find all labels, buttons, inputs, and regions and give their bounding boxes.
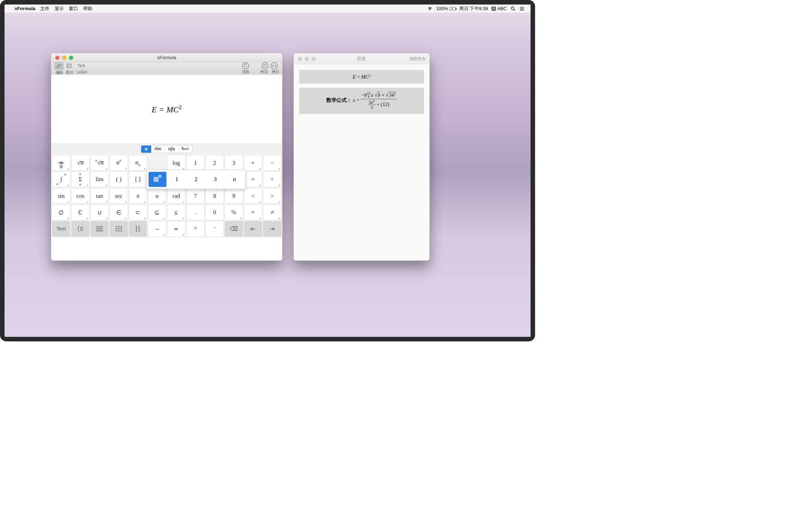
key-sqrt[interactable]: √ bbox=[71, 155, 90, 171]
svg-rect-7 bbox=[264, 64, 266, 67]
key-infinity[interactable]: ∞ bbox=[167, 221, 185, 237]
key-alpha[interactable]: α bbox=[148, 188, 166, 204]
key-7[interactable]: 7 bbox=[186, 188, 205, 204]
hist-minimize-button[interactable] bbox=[305, 57, 309, 61]
key-9[interactable]: 9 bbox=[225, 188, 243, 204]
clear-all-button[interactable]: 清除所有 bbox=[409, 56, 425, 62]
popup-3[interactable]: 3 bbox=[206, 172, 224, 187]
key-percent[interactable]: % bbox=[225, 204, 243, 220]
key-prime[interactable]: ′ bbox=[206, 221, 224, 237]
key-sin[interactable]: sin bbox=[52, 188, 70, 204]
key-rad[interactable]: rad bbox=[167, 188, 185, 204]
key-divide[interactable]: ÷ bbox=[263, 172, 281, 187]
key-complement[interactable]: ∁ bbox=[71, 204, 90, 220]
key-in[interactable]: ∈ bbox=[110, 204, 128, 220]
key-subset[interactable]: ⊂ bbox=[129, 204, 147, 220]
key-3[interactable]: 3 bbox=[225, 155, 243, 171]
key-text[interactable]: Text bbox=[52, 221, 70, 237]
control-center-icon[interactable] bbox=[519, 6, 525, 11]
key-tab-end[interactable]: ⇥ bbox=[263, 221, 281, 237]
key-fraction[interactable] bbox=[52, 155, 70, 171]
key-superscript[interactable] bbox=[110, 155, 128, 171]
key-emptyset[interactable]: ∅ bbox=[52, 204, 70, 220]
minimize-button[interactable] bbox=[62, 56, 66, 60]
popup-n[interactable]: n bbox=[225, 172, 243, 187]
popup-1[interactable]: 1 bbox=[168, 172, 185, 187]
key-backspace[interactable]: ⌫ bbox=[225, 221, 243, 237]
zoom-button[interactable] bbox=[69, 56, 73, 60]
app-menu[interactable]: xFormula bbox=[15, 6, 35, 11]
key-multiply[interactable]: × bbox=[244, 172, 262, 187]
key-parens[interactable]: ( ) bbox=[110, 172, 128, 187]
key-tan[interactable]: tan bbox=[90, 188, 109, 204]
history-item-1[interactable]: E = MC2 bbox=[299, 70, 424, 84]
key-arrow[interactable]: → bbox=[148, 221, 166, 237]
key-gt[interactable]: > bbox=[263, 188, 281, 204]
key-pi[interactable]: π bbox=[129, 188, 147, 204]
key-matrix-rows[interactable] bbox=[90, 221, 109, 237]
key-plus[interactable]: + bbox=[244, 155, 262, 171]
key-matrix-cols[interactable] bbox=[129, 221, 147, 237]
key-degree[interactable]: ° bbox=[186, 221, 205, 237]
tab-settings[interactable]: ✻ bbox=[141, 145, 151, 153]
key-sec[interactable]: sec bbox=[110, 188, 128, 204]
close-button[interactable] bbox=[55, 56, 59, 60]
key-8[interactable]: 8 bbox=[206, 188, 224, 204]
key-cos[interactable]: cos bbox=[71, 188, 90, 204]
popup-box[interactable] bbox=[149, 172, 166, 187]
popup-2[interactable]: 2 bbox=[187, 172, 205, 187]
key-lt[interactable]: < bbox=[244, 188, 262, 204]
clear-button[interactable]: C bbox=[242, 62, 249, 69]
latex-mode-button[interactable]: TᴇX bbox=[74, 62, 88, 70]
image-mode-button[interactable] bbox=[64, 62, 73, 70]
key-0[interactable]: 0 bbox=[206, 204, 224, 220]
key-neq[interactable]: ≠ bbox=[263, 204, 281, 220]
key-brackets[interactable]: [ ] bbox=[129, 172, 147, 187]
input-source[interactable]: AABC bbox=[492, 6, 507, 11]
help-menu[interactable]: 帮助 bbox=[83, 6, 92, 12]
svg-point-4 bbox=[520, 10, 521, 10]
key-equals[interactable]: = bbox=[244, 204, 262, 220]
key-lim[interactable]: lim bbox=[90, 172, 109, 187]
svg-point-1 bbox=[511, 7, 514, 9]
wifi-icon[interactable] bbox=[427, 6, 432, 11]
tab-abc[interactable]: Abc bbox=[151, 145, 165, 153]
window-menu[interactable]: 窗口 bbox=[69, 6, 78, 12]
key-cases[interactable] bbox=[71, 221, 90, 237]
spotlight-icon[interactable] bbox=[510, 6, 516, 11]
history-item-2[interactable]: 数学公式： x = −b234 ± √b + √342 2a23 + (12) bbox=[299, 88, 424, 114]
tab-symbols[interactable]: ħ∞◊ bbox=[178, 145, 192, 153]
key-nroot[interactable]: √ bbox=[90, 155, 109, 171]
battery-status[interactable]: 100% bbox=[436, 6, 456, 11]
svg-rect-25 bbox=[139, 225, 140, 232]
key-tab-start[interactable]: ⇤ bbox=[244, 221, 262, 237]
main-titlebar[interactable]: xFormula bbox=[51, 54, 282, 62]
key-1[interactable]: 1 bbox=[186, 155, 205, 171]
key-subscript[interactable] bbox=[129, 155, 147, 171]
key-log[interactable]: log bbox=[167, 155, 185, 171]
svg-rect-19 bbox=[118, 228, 120, 229]
hist-zoom-button[interactable] bbox=[312, 57, 316, 61]
svg-rect-21 bbox=[115, 230, 117, 231]
key-integral[interactable]: ∫ bbox=[52, 172, 70, 187]
key-union[interactable]: ∪ bbox=[90, 204, 109, 220]
copy-tex-button[interactable]: TᴇX bbox=[271, 62, 278, 69]
key-matrix-grid[interactable] bbox=[110, 221, 128, 237]
hist-close-button[interactable] bbox=[298, 57, 302, 61]
key-2[interactable]: 2 bbox=[206, 155, 224, 171]
history-titlebar[interactable]: 历史 清除所有 bbox=[294, 54, 429, 65]
edit-mode-button[interactable] bbox=[54, 62, 63, 70]
key-dot[interactable]: . bbox=[186, 204, 205, 220]
clock[interactable]: 周日 下午9:39 bbox=[459, 6, 488, 12]
tab-greek[interactable]: αβγ bbox=[165, 145, 178, 153]
view-menu[interactable]: 显示 bbox=[55, 6, 64, 12]
file-menu[interactable]: 文件 bbox=[40, 6, 49, 12]
key-sigma[interactable]: Σ bbox=[71, 172, 90, 187]
svg-rect-16 bbox=[118, 226, 120, 227]
copy-image-button[interactable] bbox=[262, 62, 269, 69]
key-subseteq[interactable]: ⊆ bbox=[148, 204, 166, 220]
key-subsetneq[interactable]: ⫅ bbox=[167, 204, 185, 220]
edit-label: 编辑 bbox=[56, 70, 63, 75]
formula-canvas[interactable]: E = MC2 bbox=[51, 75, 282, 144]
key-minus[interactable]: − bbox=[263, 155, 281, 171]
